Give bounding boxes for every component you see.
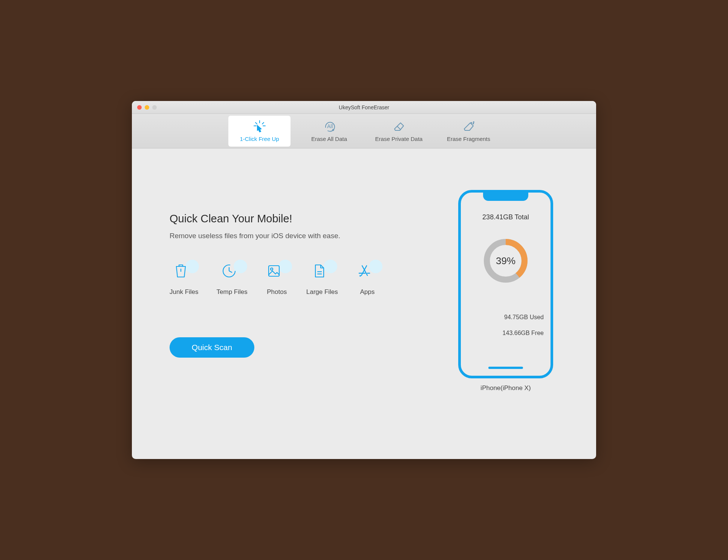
category-label: Apps xyxy=(360,288,375,296)
svg-line-2 xyxy=(262,122,264,124)
category-photos[interactable]: Photos xyxy=(266,263,288,296)
page-heading: Quick Clean Your Mobile! xyxy=(170,213,449,225)
tab-label: Erase Fragments xyxy=(447,136,490,142)
svg-point-8 xyxy=(471,122,472,123)
tab-label: Erase Private Data xyxy=(375,136,423,142)
tabbar: 1-Click Free Up All Erase All Data Erase… xyxy=(132,114,596,148)
tab-label: Erase All Data xyxy=(311,136,347,142)
trash-icon xyxy=(173,263,189,279)
close-button[interactable] xyxy=(137,105,142,110)
storage-percent: 39% xyxy=(496,255,515,267)
storage-donut-chart: 39% xyxy=(481,236,530,285)
category-label: Temp Files xyxy=(217,288,248,296)
tab-1-click-free-up[interactable]: 1-Click Free Up xyxy=(228,116,291,147)
eraser-icon xyxy=(392,120,406,133)
device-panel: 238.41GB Total 39% 94.75GB Used 143.66GB… xyxy=(449,171,562,433)
category-apps[interactable]: Apps xyxy=(356,263,379,296)
category-label: Junk Files xyxy=(170,288,199,296)
page-subheading: Remove useless files from your iOS devic… xyxy=(170,232,449,240)
titlebar: UkeySoft FoneEraser xyxy=(132,101,596,114)
svg-rect-15 xyxy=(269,266,279,276)
tab-erase-all-data[interactable]: All Erase All Data xyxy=(298,116,360,147)
svg-point-10 xyxy=(473,122,474,122)
clock-icon xyxy=(221,263,237,279)
svg-point-16 xyxy=(271,268,273,270)
traffic-lights xyxy=(132,105,157,110)
appstore-icon xyxy=(356,263,373,279)
cursor-click-icon xyxy=(253,120,266,133)
image-icon xyxy=(266,263,282,279)
tab-erase-private-data[interactable]: Erase Private Data xyxy=(368,116,430,147)
categories-row: Junk Files Temp Files Photos xyxy=(170,263,449,296)
svg-line-7 xyxy=(397,126,401,130)
fragments-icon xyxy=(462,120,476,133)
maximize-button[interactable] xyxy=(152,105,157,110)
svg-point-9 xyxy=(473,123,474,124)
tab-label: 1-Click Free Up xyxy=(240,136,279,142)
storage-detail: 94.75GB Used 143.66GB Free xyxy=(461,309,551,341)
left-panel: Quick Clean Your Mobile! Remove useless … xyxy=(170,171,449,433)
storage-total: 238.41GB Total xyxy=(482,213,529,221)
category-label: Large Files xyxy=(306,288,338,296)
svg-line-14 xyxy=(229,271,232,272)
storage-free: 143.66GB Free xyxy=(461,325,544,341)
phone-mockup: 238.41GB Total 39% 94.75GB Used 143.66GB… xyxy=(458,190,553,378)
svg-line-20 xyxy=(362,266,367,275)
svg-line-19 xyxy=(361,266,367,275)
svg-point-6 xyxy=(332,129,334,131)
category-large-files[interactable]: Large Files xyxy=(306,263,338,296)
svg-point-23 xyxy=(359,275,361,277)
storage-used: 94.75GB Used xyxy=(461,309,544,325)
svg-text:All: All xyxy=(327,123,333,129)
phone-notch xyxy=(483,193,528,201)
content-area: Quick Clean Your Mobile! Remove useless … xyxy=(132,148,596,459)
phone-home-indicator xyxy=(488,367,523,369)
category-temp-files[interactable]: Temp Files xyxy=(217,263,248,296)
device-name: iPhone(iPhone X) xyxy=(480,384,531,392)
tab-erase-fragments[interactable]: Erase Fragments xyxy=(437,116,500,147)
category-junk-files[interactable]: Junk Files xyxy=(170,263,199,296)
erase-all-icon: All xyxy=(323,120,336,133)
quick-scan-button[interactable]: Quick Scan xyxy=(170,337,254,358)
file-icon xyxy=(311,263,327,279)
minimize-button[interactable] xyxy=(145,105,149,110)
category-label: Photos xyxy=(267,288,287,296)
window-title: UkeySoft FoneEraser xyxy=(339,104,389,110)
app-window: UkeySoft FoneEraser 1-Click Free Up All … xyxy=(132,101,596,459)
svg-line-1 xyxy=(255,122,257,124)
